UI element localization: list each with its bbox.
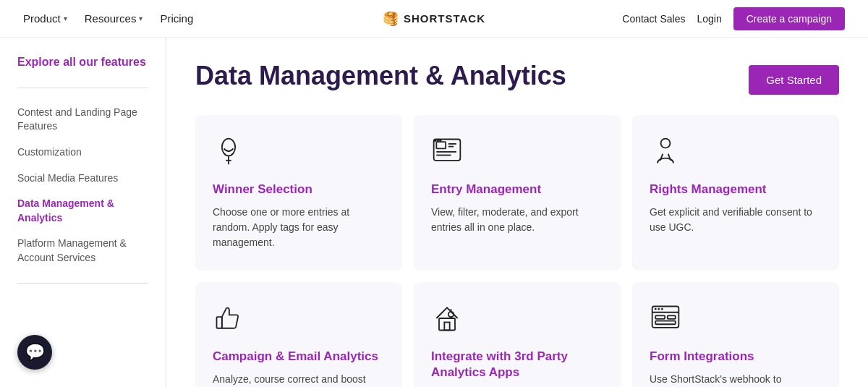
get-started-button[interactable]: Get Started xyxy=(749,65,839,95)
logo-icon: 🥞 xyxy=(383,11,399,27)
svg-rect-26 xyxy=(668,315,676,319)
nav-resources-label: Resources xyxy=(85,12,137,25)
feature-name: Integrate with 3rd Party Analytics Apps xyxy=(431,349,603,380)
feature-desc: Use ShortStack's webhook to integrate wi… xyxy=(650,372,822,387)
svg-point-10 xyxy=(437,140,438,141)
svg-point-21 xyxy=(655,308,657,310)
nav-right: Contact Sales Login Create a campaign xyxy=(622,7,845,30)
feature-desc: Choose one or more entries at random. Ap… xyxy=(213,205,385,250)
nav-left: Product ▾ Resources ▾ Pricing xyxy=(23,12,193,25)
form-icon xyxy=(650,302,822,339)
svg-line-14 xyxy=(668,154,671,161)
page-wrapper: Explore all our features Contest and Lan… xyxy=(0,38,868,387)
sidebar-item-platform[interactable]: Platform Management & Account Services xyxy=(17,231,148,271)
svg-point-11 xyxy=(440,140,441,141)
chat-bubble-button[interactable]: 💬 xyxy=(17,335,52,370)
feature-card-integrate-analytics: Integrate with 3rd Party Analytics Apps … xyxy=(414,282,621,387)
sidebar-item-contest[interactable]: Contest and Landing Page Features xyxy=(17,100,148,140)
balloon-icon xyxy=(213,135,385,171)
feature-card-rights-management: Rights Management Get explicit and verif… xyxy=(632,115,839,271)
nav-product-label: Product xyxy=(23,12,61,25)
svg-point-0 xyxy=(222,139,235,156)
svg-line-13 xyxy=(660,154,663,161)
svg-rect-17 xyxy=(444,323,449,331)
feature-desc: View, filter, moderate, and export entri… xyxy=(431,205,603,235)
feature-card-winner-selection: Winner Selection Choose one or more entr… xyxy=(195,115,402,271)
sidebar-divider xyxy=(17,88,148,88)
house-icon xyxy=(431,302,603,339)
site-logo[interactable]: 🥞 SHORTSTACK xyxy=(383,11,485,27)
feature-name: Form Integrations xyxy=(650,349,822,365)
svg-point-9 xyxy=(435,140,436,141)
svg-rect-25 xyxy=(655,315,665,319)
sidebar: Explore all our features Contest and Lan… xyxy=(0,38,166,387)
svg-rect-4 xyxy=(436,142,446,148)
login-link[interactable]: Login xyxy=(697,13,721,25)
svg-point-22 xyxy=(658,308,660,310)
chevron-down-icon: ▾ xyxy=(64,14,67,22)
svg-rect-15 xyxy=(217,317,222,328)
svg-rect-27 xyxy=(655,321,676,325)
feature-card-campaign-analytics: Campaign & Email Analytics Analyze, cour… xyxy=(195,282,402,387)
main-content: Data Management & Analytics Get Started … xyxy=(166,38,868,387)
page-title: Data Management & Analytics xyxy=(195,61,566,91)
logo-text: SHORTSTACK xyxy=(404,12,485,25)
feature-card-form-integrations: Form Integrations Use ShortStack's webho… xyxy=(632,282,839,387)
thumbsup-icon xyxy=(213,302,385,339)
contact-sales-link[interactable]: Contact Sales xyxy=(622,13,685,25)
navigation: Product ▾ Resources ▾ Pricing 🥞 SHORTSTA… xyxy=(0,0,868,38)
sidebar-item-data[interactable]: Data Management & Analytics xyxy=(17,191,148,231)
nav-pricing-label: Pricing xyxy=(160,12,193,25)
sidebar-item-customization[interactable]: Customization xyxy=(17,140,148,166)
nav-resources[interactable]: Resources ▾ xyxy=(85,12,143,25)
feature-name: Campaign & Email Analytics xyxy=(213,349,385,365)
feature-desc: Get explicit and verifiable consent to u… xyxy=(650,205,822,235)
sidebar-title: Explore all our features xyxy=(17,55,148,70)
feature-name: Rights Management xyxy=(650,182,822,197)
feature-grid: Winner Selection Choose one or more entr… xyxy=(195,115,839,387)
sidebar-divider-bottom xyxy=(17,283,148,284)
chat-icon: 💬 xyxy=(25,343,45,362)
nav-pricing[interactable]: Pricing xyxy=(160,12,193,25)
chevron-down-icon: ▾ xyxy=(139,14,142,22)
person-icon xyxy=(650,135,822,171)
feature-card-entry-management: Entry Management View, filter, moderate,… xyxy=(414,115,621,271)
svg-rect-16 xyxy=(439,318,455,331)
create-campaign-button[interactable]: Create a campaign xyxy=(733,7,845,30)
main-header: Data Management & Analytics Get Started xyxy=(195,61,839,95)
feature-name: Winner Selection xyxy=(213,182,385,197)
feature-name: Entry Management xyxy=(431,182,603,197)
entry-icon xyxy=(431,135,603,171)
svg-point-23 xyxy=(661,308,663,310)
svg-point-12 xyxy=(661,139,671,148)
feature-desc: Analyze, course correct and boost your c… xyxy=(213,372,385,387)
nav-product[interactable]: Product ▾ xyxy=(23,12,67,25)
sidebar-item-social[interactable]: Social Media Features xyxy=(17,166,148,192)
